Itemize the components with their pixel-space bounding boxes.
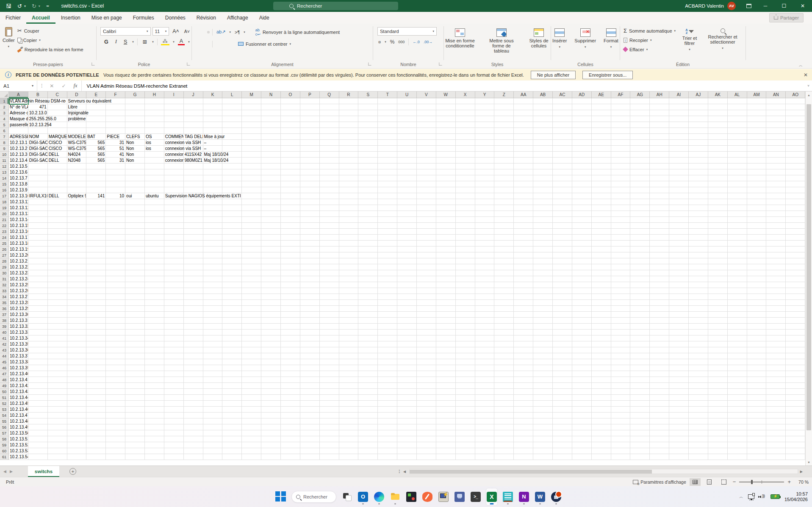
cell-AG56[interactable] xyxy=(630,424,650,430)
cell-E50[interactable] xyxy=(86,389,106,395)
cell-AI38[interactable] xyxy=(669,318,689,324)
cell-AG7[interactable] xyxy=(630,134,650,140)
cell-Z14[interactable] xyxy=(494,175,514,181)
cell-S58[interactable] xyxy=(358,436,378,442)
cell-AG41[interactable] xyxy=(630,335,650,341)
cell-AG4[interactable] xyxy=(630,116,650,122)
cell-AM37[interactable] xyxy=(747,312,767,318)
cell-R43[interactable] xyxy=(339,347,359,353)
cell-AC30[interactable] xyxy=(553,270,572,276)
cell-AC11[interactable] xyxy=(553,158,572,163)
cell-G19[interactable] xyxy=(125,205,145,211)
row-header-11[interactable]: 11 xyxy=(0,158,9,163)
cell-Z1[interactable] xyxy=(494,98,514,104)
cell-AG16[interactable] xyxy=(630,187,650,193)
cell-R32[interactable] xyxy=(339,282,359,288)
cell-L22[interactable] xyxy=(222,223,242,229)
cell-H33[interactable] xyxy=(145,288,164,294)
cell-R56[interactable] xyxy=(339,424,359,430)
cell-AO18[interactable] xyxy=(786,199,805,205)
cell-K8[interactable]: – xyxy=(203,140,223,146)
cell-AM36[interactable] xyxy=(747,306,767,312)
cell-M36[interactable] xyxy=(242,306,261,312)
cell-V25[interactable] xyxy=(417,241,436,247)
cell-AI36[interactable] xyxy=(669,306,689,312)
cell-AN39[interactable] xyxy=(766,324,786,330)
cell-AE21[interactable] xyxy=(592,217,611,223)
cell-M31[interactable] xyxy=(242,276,261,282)
cell-J26[interactable] xyxy=(184,247,203,252)
cell-N5[interactable] xyxy=(261,122,281,128)
tray-clock[interactable]: 10:57 15/04/2026 xyxy=(784,491,808,502)
cell-Q26[interactable] xyxy=(320,247,339,252)
cell-AF38[interactable] xyxy=(611,318,631,324)
cell-AJ52[interactable] xyxy=(689,401,708,407)
cell-R18[interactable] xyxy=(339,199,359,205)
cell-Q25[interactable] xyxy=(320,241,339,247)
cell-AE16[interactable] xyxy=(592,187,611,193)
cell-AN12[interactable] xyxy=(766,163,786,169)
cell-AC9[interactable] xyxy=(553,146,572,152)
cell-B37[interactable] xyxy=(28,312,48,318)
cell-AA44[interactable] xyxy=(514,353,533,359)
cell-U51[interactable] xyxy=(397,395,417,401)
cell-B56[interactable] xyxy=(28,424,48,430)
cell-AI31[interactable] xyxy=(669,276,689,282)
cell-I19[interactable] xyxy=(164,205,184,211)
row-header-57[interactable]: 57 xyxy=(0,430,9,436)
cell-J23[interactable] xyxy=(184,229,203,235)
cell-J48[interactable] xyxy=(184,377,203,383)
cell-AA33[interactable] xyxy=(514,288,533,294)
cell-L35[interactable] xyxy=(222,300,242,306)
cell-A35[interactable]: 10.2.13.28 xyxy=(9,300,28,306)
decrease-indent-icon[interactable] xyxy=(215,43,218,45)
find-select-button[interactable]: Rechercher et sélectionner ▾ xyxy=(704,26,742,54)
cell-M38[interactable] xyxy=(242,318,261,324)
ribbon-tab-aide[interactable]: Aide xyxy=(254,12,275,24)
cell-Z29[interactable] xyxy=(494,264,514,270)
cell-AO34[interactable] xyxy=(786,294,805,300)
cell-D7[interactable]: MODELE xyxy=(67,134,87,140)
cell-O56[interactable] xyxy=(281,424,300,430)
cell-Q16[interactable] xyxy=(320,187,339,193)
column-header-AD[interactable]: AD xyxy=(572,91,592,98)
cell-P10[interactable] xyxy=(300,152,320,158)
cell-H5[interactable] xyxy=(145,122,164,128)
cell-AM59[interactable] xyxy=(747,442,767,448)
cell-AI52[interactable] xyxy=(669,401,689,407)
cell-AC24[interactable] xyxy=(553,235,572,241)
cell-X61[interactable] xyxy=(456,454,475,460)
cell-I26[interactable] xyxy=(164,247,184,252)
cell-H34[interactable] xyxy=(145,294,164,300)
row-header-8[interactable]: 8 xyxy=(0,140,9,146)
cell-AF46[interactable] xyxy=(611,365,631,371)
cell-W52[interactable] xyxy=(436,401,456,407)
cell-AG28[interactable] xyxy=(630,258,650,264)
cell-V39[interactable] xyxy=(417,324,436,330)
cell-AK15[interactable] xyxy=(708,181,728,187)
cell-Z33[interactable] xyxy=(494,288,514,294)
cell-Y10[interactable] xyxy=(475,152,495,158)
cell-L36[interactable] xyxy=(222,306,242,312)
cell-AN45[interactable] xyxy=(766,359,786,365)
cell-R7[interactable] xyxy=(339,134,359,140)
cell-F52[interactable] xyxy=(106,401,125,407)
cell-D13[interactable] xyxy=(67,169,87,175)
cell-J18[interactable] xyxy=(184,199,203,205)
cell-R39[interactable] xyxy=(339,324,359,330)
orientation-icon[interactable]: ab↗ xyxy=(215,28,227,36)
cell-E16[interactable] xyxy=(86,187,106,193)
cell-X58[interactable] xyxy=(456,436,475,442)
cell-X54[interactable] xyxy=(456,413,475,418)
cell-E11[interactable]: 565 xyxy=(86,158,106,163)
cell-N31[interactable] xyxy=(261,276,281,282)
cell-T51[interactable] xyxy=(378,395,397,401)
cell-AL38[interactable] xyxy=(728,318,747,324)
row-header-46[interactable]: 46 xyxy=(0,365,9,371)
cell-T13[interactable] xyxy=(378,169,397,175)
cell-K2[interactable] xyxy=(203,104,223,110)
cell-K58[interactable] xyxy=(203,436,223,442)
cell-AC55[interactable] xyxy=(553,418,572,424)
accounting-format-icon[interactable]: ¤ xyxy=(378,39,381,44)
cell-E58[interactable] xyxy=(86,436,106,442)
